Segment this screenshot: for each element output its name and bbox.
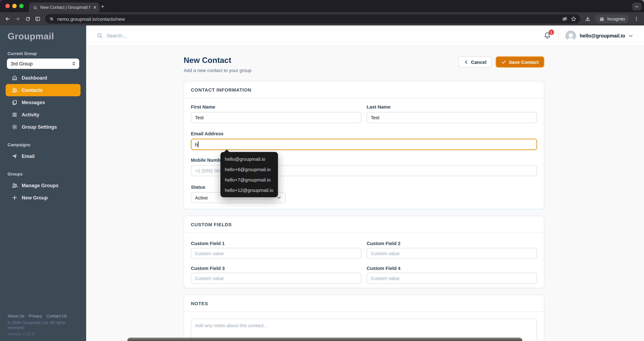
email-suggestions-dropdown: hello@groupmail.io hello+6@groupmail.io … [220, 152, 278, 197]
sidebar-item-dashboard[interactable]: Dashboard [0, 72, 86, 84]
plus-icon [11, 195, 18, 201]
app-header: 1 hello@groupmail.io [86, 26, 644, 46]
custom-fields-card: CUSTOM FIELDS Custom Field 1 Custom Fiel… [184, 216, 544, 288]
footer-link-contact[interactable]: Contact Us [46, 314, 67, 319]
sidebar-item-label: Contacts [22, 87, 42, 93]
app-logo: Groupmail [8, 31, 86, 41]
notifications-button[interactable]: 1 [543, 32, 551, 40]
user-email: hello@groupmail.io [580, 33, 625, 39]
cancel-button[interactable]: Cancel [458, 56, 492, 68]
minimize-window-button[interactable] [12, 4, 17, 8]
tab-favicon-icon: G [33, 5, 38, 10]
sidebar-item-contacts[interactable]: Contacts [6, 84, 80, 96]
gear-icon [11, 124, 18, 130]
email-suggestion[interactable]: hello+6@groupmail.io [220, 164, 278, 175]
select-updown-icon [72, 61, 76, 66]
custom-field-1-input[interactable] [191, 248, 361, 259]
browser-window: G New Contact | Groupmail Nem ✕ + nemo.g… [0, 0, 644, 341]
notification-badge: 1 [548, 30, 554, 35]
tab-close-icon[interactable]: ✕ [93, 5, 97, 10]
email-suggestion[interactable]: hello@groupmail.io [220, 154, 278, 164]
tab-overflow-button[interactable] [632, 3, 642, 10]
browser-tab[interactable]: G New Contact | Groupmail Nem ✕ [29, 3, 99, 12]
sidebar-item-messages[interactable]: Messages [0, 96, 86, 109]
bookmark-star-icon[interactable] [571, 16, 576, 22]
avatar[interactable] [565, 30, 576, 41]
users-icon [11, 182, 18, 189]
sidebar-item-activity[interactable]: Activity [0, 109, 86, 121]
paper-plane-icon [11, 153, 18, 159]
users-icon [11, 87, 18, 93]
reload-icon [25, 16, 30, 22]
sidebar-item-manage-groups[interactable]: Manage Groups [0, 179, 86, 192]
page-content: New Contact Add a new contact to your gr… [86, 46, 644, 341]
email-input[interactable]: h [191, 139, 537, 150]
chevron-down-icon [634, 4, 639, 9]
sidebar-item-new-group[interactable]: New Group [0, 192, 86, 204]
site-settings-icon[interactable] [49, 16, 54, 22]
chevron-left-icon [464, 60, 468, 64]
eye-off-icon[interactable] [562, 16, 568, 22]
incognito-label: Incognito [607, 16, 625, 22]
forward-button[interactable] [13, 15, 22, 23]
macos-dock-sliver [127, 337, 522, 341]
close-window-button[interactable] [5, 4, 10, 8]
sidebar-item-label: Group Settings [22, 124, 57, 130]
main-area: 1 hello@groupmail.io New Co [86, 26, 644, 341]
campaigns-nav: Email [0, 150, 86, 162]
side-panel-button[interactable] [33, 15, 42, 23]
tab-strip: G New Contact | Groupmail Nem ✕ + [0, 0, 644, 12]
search-icon [97, 33, 103, 39]
side-panel-icon [35, 16, 40, 22]
browser-toolbar: nemo.groupmail.io/contacts/new Incognito [0, 12, 644, 26]
back-arrow-icon [5, 16, 10, 22]
browser-menu-button[interactable] [632, 15, 641, 23]
page-actions: Cancel Save Contact [458, 56, 544, 68]
kebab-menu-icon [634, 16, 639, 22]
custom-field-3-input[interactable] [191, 273, 361, 284]
desktop: G New Contact | Groupmail Nem ✕ + nemo.g… [0, 0, 644, 341]
sidebar-item-group-settings[interactable]: Group Settings [0, 121, 86, 133]
group-select[interactable]: 3rd Group [7, 59, 79, 69]
sidebar-item-label: Manage Groups [22, 183, 58, 188]
save-contact-button[interactable]: Save Contact [496, 56, 544, 68]
sidebar-footer: About Us Privacy Contact Us © 2026 Group… [0, 314, 86, 341]
sidebar-item-label: Messages [22, 100, 45, 105]
custom-field-2-input[interactable] [367, 248, 537, 259]
search-input[interactable] [106, 33, 227, 39]
custom-field-2-label: Custom Field 2 [367, 241, 537, 246]
page-title: New Contact [184, 55, 252, 65]
new-tab-button[interactable]: + [99, 3, 106, 11]
tab-title: New Contact | Groupmail Nem [40, 5, 90, 10]
download-button[interactable] [583, 15, 592, 23]
page-title-bar: New Contact Add a new contact to your gr… [184, 55, 544, 73]
user-menu-button[interactable] [628, 33, 633, 38]
zoom-window-button[interactable] [19, 4, 24, 8]
last-name-input[interactable] [367, 112, 537, 123]
back-button[interactable] [3, 15, 12, 23]
address-bar[interactable]: nemo.groupmail.io/contacts/new [45, 14, 580, 24]
reload-button[interactable] [23, 15, 32, 23]
custom-field-3-label: Custom Field 3 [191, 266, 361, 271]
status-value: Active [195, 195, 208, 200]
cancel-label: Cancel [471, 59, 486, 65]
email-suggestion[interactable]: hello+7@groupmail.io [220, 175, 278, 185]
email-suggestion[interactable]: hello+12@groupmail.io [220, 185, 278, 195]
activity-lines-icon [11, 112, 18, 118]
first-name-input[interactable] [191, 112, 361, 123]
current-group-label: Current Group [8, 51, 86, 56]
sidebar-item-email[interactable]: Email [0, 150, 86, 162]
sidebar-item-label: Email [22, 153, 35, 159]
home-icon [11, 75, 18, 81]
footer-link-privacy[interactable]: Privacy [29, 314, 42, 319]
person-icon [565, 32, 576, 41]
notes-card: NOTES [184, 295, 544, 341]
sidebar-item-label: New Group [22, 195, 48, 201]
search-box[interactable] [97, 33, 227, 39]
custom-fields-header: CUSTOM FIELDS [184, 216, 544, 233]
sidebar-item-label: Activity [22, 112, 39, 118]
sidebar-nav: Dashboard Contacts Messages Activity Gro… [0, 72, 86, 133]
pages-icon [11, 99, 18, 106]
footer-link-about[interactable]: About Us [8, 314, 24, 319]
custom-field-4-input[interactable] [367, 273, 537, 284]
